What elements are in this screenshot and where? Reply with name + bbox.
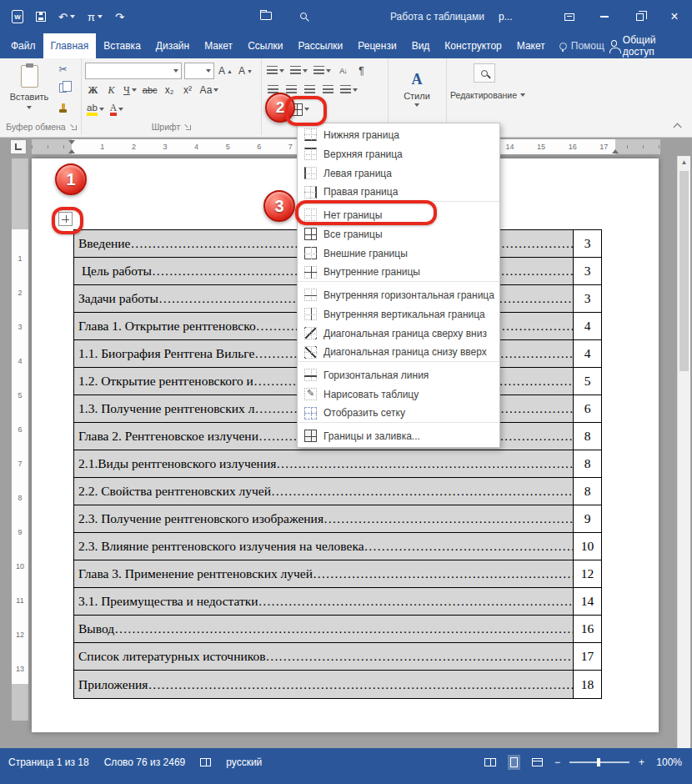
tab-references[interactable]: Ссылки (240, 33, 290, 58)
styles-button[interactable]: А Стили (392, 62, 442, 115)
toc-page-cell[interactable]: 3 (574, 285, 601, 312)
menu-item-inside-vertical-border[interactable]: Внутренняя вертикальная граница (298, 304, 499, 324)
menu-item-inside-horizontal-border[interactable]: Внутренняя горизонтальная граница (298, 285, 499, 304)
restore-button[interactable] (622, 0, 657, 33)
menu-item-view-gridlines[interactable]: Отобразить сетку (298, 404, 499, 423)
toc-page-cell[interactable]: 14 (574, 588, 601, 615)
toc-page-cell[interactable]: 10 (574, 533, 601, 560)
toc-entry-cell[interactable]: Приложения ……………………………………………………………………………… (74, 671, 574, 698)
menu-item-draw-table[interactable]: Нарисовать таблицу (298, 384, 499, 404)
toc-entry-cell[interactable]: Список литературных источников ………………………… (74, 643, 574, 670)
toc-entry-cell[interactable]: 2.3. Получение рентгеновского изображени… (74, 505, 574, 532)
web-layout-button[interactable] (529, 756, 545, 769)
menu-item-top-border[interactable]: Верхняя граница (298, 144, 499, 163)
tab-file[interactable]: Файл (3, 33, 43, 58)
hanging-indent-marker[interactable] (68, 149, 75, 153)
right-indent-marker[interactable] (612, 149, 619, 153)
zoom-in-button[interactable]: + (639, 756, 644, 768)
grow-font-button[interactable]: А▲ (217, 63, 234, 79)
dialog-launcher-icon[interactable] (184, 123, 191, 130)
cut-button[interactable]: ✂ (55, 61, 71, 78)
menu-item-all-borders[interactable]: Все границы (298, 224, 499, 244)
tab-layout[interactable]: Макет (197, 33, 240, 58)
redo-button[interactable]: ↷ (115, 12, 124, 23)
toc-page-cell[interactable]: 12 (574, 560, 601, 587)
open-button[interactable] (260, 12, 272, 20)
zoom-slider[interactable] (569, 761, 629, 763)
tab-review[interactable]: Рецензи (350, 33, 404, 58)
line-spacing-button[interactable] (338, 82, 359, 98)
proofing-status-icon[interactable] (200, 758, 211, 766)
toc-page-cell[interactable]: 8 (574, 478, 601, 505)
print-layout-button[interactable] (508, 755, 520, 770)
bullets-button[interactable] (265, 63, 286, 79)
menu-item-diagonal-up-border[interactable]: Диагональная граница снизу вверх (298, 343, 499, 362)
menu-item-borders-and-shading[interactable]: Границы и заливка... (298, 426, 499, 445)
shrink-font-button[interactable]: А▼ (237, 63, 254, 79)
numbering-button[interactable] (288, 63, 309, 79)
scrollbar-thumb[interactable] (679, 171, 689, 371)
editing-button[interactable]: Редактирование (447, 90, 529, 100)
tab-mailings[interactable]: Рассылки (290, 33, 350, 58)
tab-insert[interactable]: Вставка (96, 33, 148, 58)
toc-page-cell[interactable]: 8 (574, 423, 601, 450)
sort-button[interactable]: А↓ (335, 63, 351, 79)
ribbon-display-options-button[interactable] (552, 0, 587, 33)
zoom-level[interactable]: 100% (654, 756, 682, 768)
dialog-launcher-icon[interactable] (70, 123, 77, 130)
copy-button[interactable] (55, 79, 71, 96)
tab-table-layout[interactable]: Макет (509, 33, 553, 58)
tab-home[interactable]: Главная (43, 33, 97, 58)
language-status[interactable]: русский (226, 756, 262, 768)
toc-page-cell[interactable]: 18 (574, 671, 601, 698)
scroll-up-icon[interactable]: ▲ (678, 156, 690, 168)
toc-page-cell[interactable]: 6 (574, 395, 601, 422)
toc-entry-cell[interactable]: 2.1.Виды рентгеновского излучения ………………… (74, 450, 574, 477)
toc-page-cell[interactable]: 16 (574, 616, 601, 642)
change-case-button[interactable]: Аа (198, 82, 221, 98)
tell-me-help[interactable]: Помощ (553, 33, 611, 58)
menu-item-right-border[interactable]: Правая граница (298, 183, 499, 202)
search-button[interactable] (300, 13, 307, 19)
menu-item-outside-borders[interactable]: Внешние границы (298, 244, 499, 263)
toc-page-cell[interactable]: 3 (574, 258, 601, 284)
toc-page-cell[interactable]: 9 (574, 505, 601, 532)
word-count-status[interactable]: Слово 76 из 2469 (104, 756, 186, 768)
font-name-combo[interactable] (85, 63, 182, 79)
bold-button[interactable]: Ж (85, 82, 101, 98)
show-formatting-marks-button[interactable]: ¶ (354, 63, 369, 79)
toc-page-cell[interactable]: 8 (574, 450, 601, 477)
menu-item-diagonal-down-border[interactable]: Диагональная граница сверху вниз (298, 324, 499, 343)
multilevel-list-button[interactable] (312, 63, 333, 79)
menu-item-bottom-border[interactable]: Нижняя граница (298, 125, 499, 144)
zoom-slider-thumb[interactable] (597, 758, 600, 766)
read-mode-button[interactable] (482, 756, 499, 769)
toc-page-cell[interactable]: 4 (574, 340, 601, 367)
equation-button[interactable]: π (88, 12, 103, 23)
font-size-combo[interactable] (184, 63, 214, 79)
collapse-ribbon-icon[interactable] (674, 123, 682, 132)
zoom-out-button[interactable]: − (554, 756, 560, 768)
tab-view[interactable]: Вид (404, 33, 438, 58)
toc-page-cell[interactable]: 17 (574, 643, 601, 670)
toc-entry-cell[interactable]: 3.1. Преимущества и недостатки ………………………… (74, 588, 574, 615)
justify-button[interactable] (320, 82, 336, 98)
toc-page-cell[interactable]: 5 (574, 368, 601, 395)
toc-page-cell[interactable]: 3 (574, 230, 601, 257)
menu-item-left-border[interactable]: Левая граница (298, 163, 499, 183)
find-button[interactable] (474, 63, 495, 83)
superscript-button[interactable]: x² (180, 82, 196, 98)
save-button[interactable] (36, 12, 46, 22)
toc-entry-cell[interactable]: 2.2. Свойства рентгеновских лучей ………………… (74, 478, 574, 505)
tab-table-design[interactable]: Конструктор (437, 33, 509, 58)
paste-button[interactable]: Вставить (7, 61, 52, 124)
strikethrough-button[interactable]: abc (141, 82, 159, 98)
toc-entry-cell[interactable]: 2.3. Влияние рентгеновского излучения на… (74, 533, 574, 560)
close-button[interactable]: × (657, 0, 692, 33)
page-count-status[interactable]: Страница 1 из 18 (8, 756, 89, 768)
italic-button[interactable]: К (103, 82, 119, 98)
format-painter-button[interactable] (55, 98, 71, 114)
menu-item-inside-borders[interactable]: Внутренние границы (298, 263, 499, 282)
share-button[interactable]: Общий доступ (611, 33, 692, 58)
tab-selector[interactable] (10, 139, 27, 154)
